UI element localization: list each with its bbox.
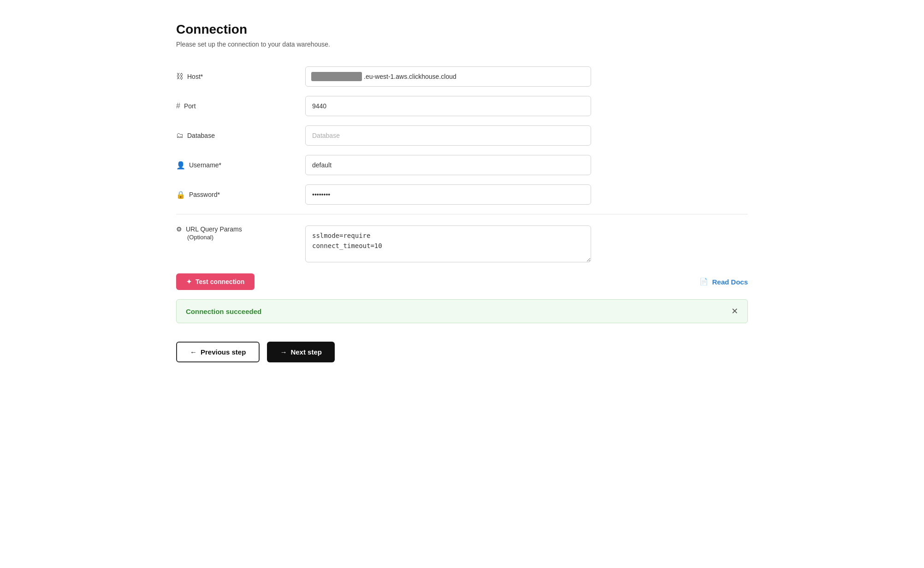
- test-connection-button[interactable]: ✦ Test connection: [176, 273, 255, 290]
- host-label: ⛓ Host*: [176, 72, 305, 81]
- port-row: # Port: [176, 96, 748, 116]
- username-label: 👤 Username*: [176, 161, 305, 170]
- arrow-left-icon: ←: [190, 348, 197, 356]
- port-icon: #: [176, 102, 180, 110]
- form-divider: [176, 214, 748, 214]
- username-input[interactable]: [305, 155, 591, 175]
- host-masked-value: [311, 72, 362, 81]
- settings-icon: ⚙: [176, 225, 182, 233]
- password-input[interactable]: [305, 184, 591, 205]
- url-query-row: ⚙ URL Query Params (Optional) sslmode=re…: [176, 225, 748, 262]
- lock-icon: 🔒: [176, 190, 185, 199]
- arrow-right-icon: →: [280, 348, 287, 356]
- success-message: Connection succeeded: [186, 308, 261, 315]
- link-icon: ⛓: [176, 72, 184, 81]
- host-suffix: .eu-west-1.aws.clickhouse.cloud: [362, 73, 456, 80]
- database-row: 🗂 Database: [176, 125, 748, 146]
- database-icon: 🗂: [176, 131, 184, 140]
- connection-form: ⛓ Host* .eu-west-1.aws.clickhouse.cloud …: [176, 66, 748, 362]
- bolt-icon: ✦: [186, 278, 192, 285]
- password-label: 🔒 Password*: [176, 190, 305, 199]
- next-step-button[interactable]: → Next step: [267, 342, 335, 362]
- page-title: Connection: [176, 22, 748, 37]
- host-input[interactable]: .eu-west-1.aws.clickhouse.cloud: [305, 66, 591, 87]
- url-query-params-input[interactable]: sslmode=require connect_timeout=10: [305, 225, 591, 262]
- read-docs-button[interactable]: 📄 Read Docs: [699, 278, 748, 286]
- host-row: ⛓ Host* .eu-west-1.aws.clickhouse.cloud: [176, 66, 748, 87]
- user-icon: 👤: [176, 161, 185, 170]
- page-subtitle: Please set up the connection to your dat…: [176, 41, 748, 48]
- success-banner: Connection succeeded ✕: [176, 299, 748, 323]
- password-row: 🔒 Password*: [176, 184, 748, 205]
- database-label: 🗂 Database: [176, 131, 305, 140]
- port-label: # Port: [176, 102, 305, 110]
- port-input[interactable]: [305, 96, 591, 116]
- url-query-optional: (Optional): [176, 234, 305, 241]
- close-success-button[interactable]: ✕: [731, 307, 738, 315]
- navigation-buttons: ← Previous step → Next step: [176, 342, 748, 362]
- previous-step-button[interactable]: ← Previous step: [176, 342, 260, 362]
- url-query-label: ⚙ URL Query Params (Optional): [176, 225, 305, 241]
- database-input[interactable]: [305, 125, 591, 146]
- actions-row: ✦ Test connection 📄 Read Docs: [176, 273, 748, 290]
- docs-icon: 📄: [699, 278, 708, 286]
- username-row: 👤 Username*: [176, 155, 748, 175]
